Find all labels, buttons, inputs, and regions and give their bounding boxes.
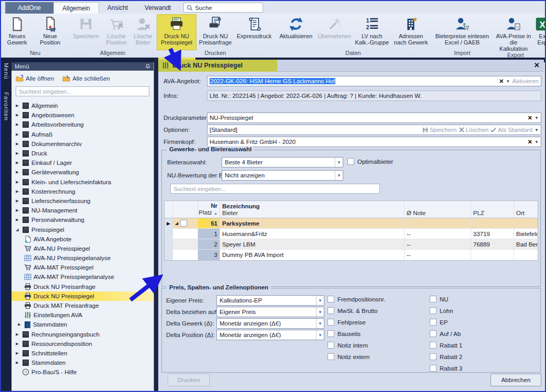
bieterauswahl-dropdown[interactable]: Beste 4 Bieter ▼ (222, 157, 343, 167)
collapse-arrow-icon[interactable]: ▶ (15, 180, 20, 184)
checkbox[interactable] (430, 342, 436, 349)
tree-item-geraeteverwaltung[interactable]: ▶Geräteverwaltung (12, 167, 154, 177)
speichern-button[interactable]: Speichern (70, 15, 102, 50)
collapse-arrow-icon[interactable]: ▶ (15, 189, 20, 194)
tab-ansicht[interactable]: Ansicht (99, 2, 136, 14)
dock-tab-favoriten[interactable]: Favoriten (3, 87, 9, 128)
dropdown-arrow-icon[interactable]: ▼ (534, 140, 539, 144)
open-all-link[interactable]: Alle öffnen (16, 75, 54, 82)
optionen-loeschen-button[interactable]: Löschen (459, 127, 488, 133)
collapse-arrow-icon[interactable]: ▶ (15, 351, 20, 355)
firmenkopf-field[interactable]: Husemann & Fritz GmbH - 2020 ✕ ▼ (207, 137, 541, 147)
ribbon-search-input[interactable] (195, 5, 260, 11)
dropdown-arrow-icon[interactable]: ▼ (534, 116, 539, 120)
delta-gewerk-dropdown[interactable]: Monetär anzeigen (Δ€)▼ (216, 318, 324, 329)
ep-checkbox-row[interactable]: EP (430, 319, 447, 326)
tree-item-ava-nu-preisspiegel[interactable]: AVA-NU Preisspiegel (12, 244, 154, 253)
excel-export-button[interactable]: X Ex Exp (533, 15, 546, 52)
tree-item-ava-mat-preisspiegelanalyse[interactable]: AVA-MAT Preisspiegelanalyse (12, 272, 154, 282)
dropdown-arrow-icon[interactable]: ▼ (534, 128, 539, 132)
pin-icon[interactable] (145, 64, 150, 69)
header-note[interactable]: Ø Note (405, 201, 471, 218)
tree-item-lieferscheinerfassung[interactable]: ▶Lieferscheinerfassung (12, 196, 154, 206)
aktivieren-link[interactable]: Aktivieren (512, 78, 539, 84)
collapse-arrow-icon[interactable]: ▶ (15, 218, 20, 222)
tree-item-druck-nu-preisanfrage[interactable]: Druck NU Preisanfrage (12, 282, 154, 292)
ribbon-search-box[interactable] (183, 3, 263, 13)
adressen-nach-gewerk-button[interactable]: Adressen nach Gewerk (391, 15, 431, 50)
druck-nu-preisspiegel-button[interactable]: Druck NU Preisspiegel (157, 15, 196, 50)
auf-ab-checkbox-row[interactable]: Auf / Ab (430, 330, 461, 337)
group-checkbox[interactable] (180, 220, 187, 227)
checkbox[interactable] (327, 296, 334, 303)
tree-item-nu-management[interactable]: ▶NU-Management (12, 206, 154, 215)
collapse-arrow-icon[interactable]: ▶ (15, 342, 20, 346)
table-row[interactable]: 1 Husemann&Fritz -- 33719 Bielefeld (165, 229, 538, 239)
tree-item-ava-nu-preisspiegelanalyse[interactable]: AVA-NU Preisspiegelanalyse (12, 253, 154, 263)
optionen-speichern-button[interactable]: Speichern (422, 127, 457, 133)
tree-item-aufmass[interactable]: ▶Aufmaß (12, 130, 154, 139)
expressdruck-button[interactable]: Expressdruck (235, 15, 274, 50)
clear-icon[interactable]: ✕ (499, 78, 504, 85)
header-nr-platz[interactable]: Nr Platz ▲ (198, 201, 220, 218)
tab-verwandt[interactable]: Verwandt (136, 2, 179, 14)
nu-bewertung-dropdown[interactable]: Nicht anzeigen ▼ (222, 170, 343, 181)
tree-item-stammdaten[interactable]: ▶Stammdaten (12, 358, 154, 367)
table-group-row[interactable]: ▶ ◢ 51 Parksysteme (165, 218, 538, 229)
tree-item-einkauf-lager[interactable]: ▶Einkauf / Lager (12, 158, 154, 167)
fremdpositionsnr-checkbox-row[interactable]: Fremdpositionsnr. (327, 296, 385, 303)
ava-preise-button[interactable]: AVA-Preise in die Kalkulation (494, 15, 533, 52)
tree-item-ressourcendisposition[interactable]: ▶Ressourcendisposition (12, 339, 154, 349)
optimalbieter-checkbox[interactable] (347, 158, 354, 165)
tree-item-ava-mat-preisspiegel[interactable]: AVA-MAT Preisspiegel (12, 263, 154, 272)
loesche-position-button[interactable]: Lösche Position (102, 15, 131, 50)
tree-item-dokumentenarchiv[interactable]: ▶Dokumentenarchiv (12, 139, 154, 149)
tree-item-druck-mat-preisanfrage[interactable]: Druck MAT Preisanfrage (12, 301, 154, 310)
loesche-bieter-button[interactable]: Lösche Bieter (131, 15, 155, 50)
checkbox[interactable] (327, 307, 334, 314)
tree-item-klein-lieferscheinfaktura[interactable]: ▶Klein- und Lieferscheinfaktura (12, 177, 154, 187)
checkbox[interactable] (430, 330, 436, 337)
dock-tab-menu[interactable]: Menü (3, 58, 9, 87)
clear-icon[interactable]: ✕ (528, 139, 532, 145)
checkbox[interactable] (327, 330, 334, 337)
lv-nach-kalk-gruppe-button[interactable]: 12 LV nach Kalk.-Gruppe (353, 15, 391, 50)
expanded-icon[interactable]: ◢ (175, 221, 178, 226)
header-bezeichnung-bieter[interactable]: Bezeichnung Bieter (220, 201, 405, 218)
nu-checkbox-row[interactable]: NU (430, 296, 449, 303)
tree-item-personalverwaltung[interactable]: ▶Personalverwaltung (12, 215, 154, 225)
bieter-search-input[interactable] (170, 184, 380, 194)
druck-nu-preisanfrage-button[interactable]: Druck NU Preisanfrage (196, 15, 235, 50)
collapse-arrow-icon[interactable]: ▶ (15, 151, 20, 155)
neues-gewerk-button[interactable]: Neues Gewerk (2, 15, 32, 50)
rabatt2-checkbox-row[interactable]: Rabatt 2 (430, 353, 462, 360)
sidebar-search-input[interactable] (16, 86, 149, 96)
rabatt1-checkbox-row[interactable]: Rabatt 1 (430, 342, 462, 349)
tree-item-stammdaten-sub[interactable]: ▶Stammdaten (12, 320, 154, 329)
tree-item-kostenrechnung[interactable]: ▶Kostenrechnung (12, 187, 154, 196)
collapse-arrow-icon[interactable]: ▶ (15, 170, 20, 174)
checkbox[interactable] (327, 319, 334, 326)
delta-beziehen-dropdown[interactable]: Eigener Preis▼ (216, 307, 324, 317)
tree-item-allgemein[interactable]: ▶Allgemein (12, 101, 154, 110)
expand-arrow-icon[interactable]: ◢ (15, 228, 20, 232)
delta-position-dropdown[interactable]: Monetär anzeigen (Δ€)▼ (216, 330, 324, 340)
checkbox[interactable] (327, 342, 334, 349)
checkbox[interactable] (430, 353, 436, 360)
checkbox[interactable] (430, 319, 436, 326)
checkbox[interactable] (327, 353, 334, 360)
close-icon[interactable]: ✕ (534, 61, 540, 69)
tree-item-schnittstellen[interactable]: ▶Schnittstellen (12, 349, 154, 358)
rabatt3-checkbox-row[interactable]: Rabatt 3 (430, 365, 462, 372)
drucken-button[interactable]: Drucken (168, 374, 210, 386)
abbrechen-button[interactable]: Abbrechen (490, 374, 541, 386)
optionen-field[interactable]: [Standard] Speichern Löschen Als Standar… (207, 125, 541, 135)
neue-position-button[interactable]: Neue Position (32, 15, 68, 50)
optimalbieter-checkbox-row[interactable]: Optimalbieter (347, 158, 393, 165)
collapse-arrow-icon[interactable]: ▶ (15, 161, 20, 165)
bieterpreise-einlesen-button[interactable]: Bieterpreise einlesen Excel / GAEB (433, 15, 492, 50)
checkbox[interactable] (430, 307, 436, 314)
collapse-arrow-icon[interactable]: ▶ (15, 208, 20, 212)
tab-allgemein[interactable]: Allgemein (53, 2, 99, 14)
clear-icon[interactable]: ✕ (528, 115, 532, 121)
